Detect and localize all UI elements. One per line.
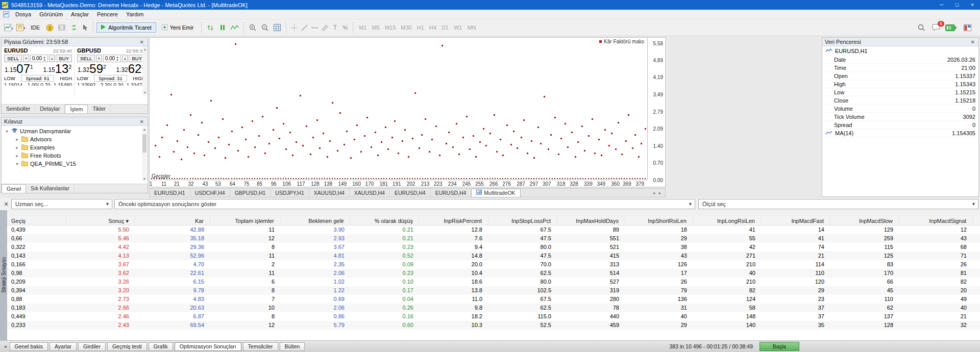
- menu-dosya[interactable]: Dosya: [11, 10, 35, 19]
- tester-tab-grafik[interactable]: Grafik: [149, 342, 173, 351]
- tester-tab-genel-bakis[interactable]: Genel bakis: [10, 342, 48, 351]
- lot-stepper[interactable]: 0.00 ▲▼: [30, 55, 48, 62]
- chevron-left-icon[interactable]: ◂: [653, 191, 655, 195]
- timeframe-m1[interactable]: M1: [356, 24, 369, 31]
- column-header-inpriskpercent[interactable]: InpRiskPercent: [420, 216, 488, 225]
- data-window-row[interactable]: Open1.15337: [822, 72, 978, 80]
- buy-button[interactable]: BUY: [56, 55, 72, 62]
- new-order-button[interactable]: Yeni Emir: [157, 22, 199, 33]
- column-header-inpmacdsignal[interactable]: InpMacdSignal: [899, 216, 973, 225]
- menu-g-r-n-m[interactable]: Görünüm: [35, 10, 67, 19]
- vps-icon[interactable]: [945, 22, 957, 33]
- chevron-right-icon[interactable]: ▸: [15, 145, 19, 150]
- table-row[interactable]: 0,983.6222.61112.060.2310.462.5514174011…: [7, 269, 980, 278]
- chart-tab-multitradeok[interactable]: MultitradeOK: [471, 189, 520, 197]
- fibonacci-icon[interactable]: %: [340, 22, 350, 33]
- column-header-inpmacdfast[interactable]: InpMacdFast: [762, 216, 830, 225]
- data-window-ma-row[interactable]: MA(14) 1.154305: [822, 129, 978, 137]
- sort-icon[interactable]: [205, 22, 216, 33]
- market-icon[interactable]: $: [44, 22, 55, 33]
- tree-item-advisors[interactable]: ▸Advisors: [2, 135, 148, 143]
- timeframe-m5[interactable]: M5: [370, 24, 382, 31]
- tester-sidebar[interactable]: Strateji Sınayıcı: [0, 210, 7, 340]
- menu-pencere[interactable]: Pencere: [93, 10, 122, 19]
- chart-tab-eurusd-h1[interactable]: EURUSD,H1: [150, 189, 190, 197]
- sell-button[interactable]: SELL: [4, 55, 22, 62]
- quote-tile-eurusd[interactable]: EURUSD 22:59:40 SELL ▾ 0.00 ▲▼ ▴ BUY: [2, 46, 75, 95]
- column-header-inplongrsilen[interactable]: InpLongRsiLen: [693, 216, 762, 225]
- data-window-row[interactable]: High1.15343: [822, 80, 978, 88]
- menu-yard-m[interactable]: Yardım: [122, 10, 148, 19]
- chart-tab-xauusd-h4[interactable]: XAUUSD,H4: [309, 189, 350, 197]
- pause-icon[interactable]: [217, 22, 228, 33]
- tree-item-free-robots[interactable]: ▸Free Robots: [2, 152, 148, 160]
- codebase-icon[interactable]: [56, 22, 67, 33]
- column-header-olarak-d[interactable]: % olarak düşüş: [351, 216, 420, 225]
- expert-select[interactable]: Uzman seç... ▼: [11, 199, 112, 209]
- table-row[interactable]: 0,3943.209.7881.220.1713.8102.5319798229…: [7, 286, 980, 295]
- chevron-right-icon[interactable]: ▸: [659, 191, 661, 195]
- table-row[interactable]: 0,1832.6620.63102.060.269.862.5783158376…: [7, 304, 980, 312]
- close-icon[interactable]: ✕: [970, 38, 976, 46]
- data-window-row[interactable]: Spread0: [822, 121, 978, 129]
- column-header-ge-i[interactable]: Geçiş: [7, 216, 66, 225]
- column-header-inpstoplosspct[interactable]: InpStopLossPct: [488, 216, 557, 225]
- notifications-icon[interactable]: 6: [932, 24, 940, 31]
- grid-icon[interactable]: [272, 22, 283, 33]
- column-header-kar[interactable]: Kar: [135, 216, 210, 225]
- column-header-inpshortrsilen[interactable]: InpShortRsiLen: [625, 216, 693, 225]
- data-window-row[interactable]: Volume0: [822, 105, 978, 113]
- table-row[interactable]: 0,3224.4229.3683.670.239.480.05213842741…: [7, 243, 980, 252]
- table-row[interactable]: 0,2093.266.1561.020.1018.680.05272621012…: [7, 278, 980, 286]
- chart-tab-usdjpy-h1[interactable]: USDJPY,H1: [271, 189, 309, 197]
- tester-tab-temsilciler[interactable]: Temsilciler: [243, 342, 278, 351]
- optimization-scatter-plot[interactable]: Kâr Faktörü maks Geçişler: [150, 38, 648, 180]
- ide-button[interactable]: IDE: [28, 22, 43, 33]
- table-row[interactable]: 0,882.734.8370.690.0411.067.528013612423…: [7, 295, 980, 304]
- close-button[interactable]: ×: [965, 0, 980, 10]
- workspace-layout-icon[interactable]: [962, 22, 973, 33]
- zigzag-line-icon[interactable]: [229, 22, 240, 33]
- table-row[interactable]: 0,4395.5042.88113.900.2112.867.589184114…: [7, 225, 980, 234]
- stepper-arrows-icon[interactable]: ▲▼: [43, 56, 46, 62]
- data-window-row[interactable]: Tick Volume3092: [822, 113, 978, 121]
- chart-tab-xauusd-h4[interactable]: XAUUSD,H4: [350, 189, 390, 197]
- search-icon[interactable]: [916, 22, 927, 33]
- scroll-down-icon[interactable]: ▼: [142, 177, 147, 181]
- cursor-icon[interactable]: [81, 22, 90, 33]
- table-row[interactable]: 0,1663.674.7022.350.0920.070.03131262101…: [7, 260, 980, 269]
- chevron-down-icon[interactable]: ▾: [5, 129, 9, 134]
- algo-trading-button[interactable]: Algoritmik Ticaret: [96, 22, 156, 33]
- column-header-sonu[interactable]: Sonuç ▾: [66, 216, 135, 225]
- previous-results-select[interactable]: Önceki optimizasyon sonuçlarını göster ▼: [114, 199, 695, 209]
- new-chart-icon[interactable]: [3, 22, 14, 33]
- timeframe-d1[interactable]: D1: [439, 24, 451, 31]
- scrollbar-thumb[interactable]: [142, 134, 146, 153]
- timeframe-m15[interactable]: M15: [382, 24, 398, 31]
- chevron-left-icon[interactable]: ◂: [3, 344, 8, 349]
- tab-scroll-arrows[interactable]: ◂▸: [649, 191, 665, 195]
- crosshair-icon[interactable]: [289, 22, 299, 33]
- table-row[interactable]: 0,2332.4369.54125.790.6010.352.545929140…: [7, 321, 980, 330]
- buy-dropdown-icon[interactable]: ▴: [122, 55, 128, 62]
- chart-tab-eurusd-h4[interactable]: EURUSD,H4: [390, 189, 431, 197]
- chart-tab-usdchf-h4[interactable]: USDCHF,H4: [190, 189, 230, 197]
- minimize-button[interactable]: ─: [934, 0, 949, 10]
- data-window-row[interactable]: Time21:00: [822, 64, 978, 72]
- tree-item-qea-prime-v15[interactable]: ▾QEA_PRIME_V15: [2, 160, 148, 168]
- timeframe-h4[interactable]: H4: [427, 24, 439, 31]
- chevron-right-icon[interactable]: ▸: [15, 137, 19, 142]
- buy-dropdown-icon[interactable]: ▴: [49, 55, 55, 62]
- sell-button[interactable]: SELL: [77, 55, 95, 62]
- market-watch-tab-i-lem[interactable]: İşlem: [65, 105, 88, 113]
- chart-tab-gbpusd-h1[interactable]: GBPUSD,H1: [230, 189, 271, 197]
- menu-ara-lar[interactable]: Araçlar: [67, 10, 93, 19]
- navigator-tab-s-k-kullan-lanlar[interactable]: Sık Kullanılanlar: [26, 184, 75, 193]
- navigator-tab-genel[interactable]: Genel: [2, 184, 26, 193]
- zoom-in-icon[interactable]: [247, 22, 258, 33]
- quote-tile-gbpusd[interactable]: GBPUSD 22:59:34 SELL ▾ 0.00 ▲▼ ▴ BUY: [75, 46, 148, 95]
- tester-tab-girdiler[interactable]: Girdiler: [78, 342, 106, 351]
- data-window-row[interactable]: Close1.15218: [822, 96, 978, 105]
- table-row[interactable]: 0,1434.1352.96114.810.5214.847.541543271…: [7, 252, 980, 260]
- market-watch-scrollbar[interactable]: ▲▼: [142, 46, 148, 95]
